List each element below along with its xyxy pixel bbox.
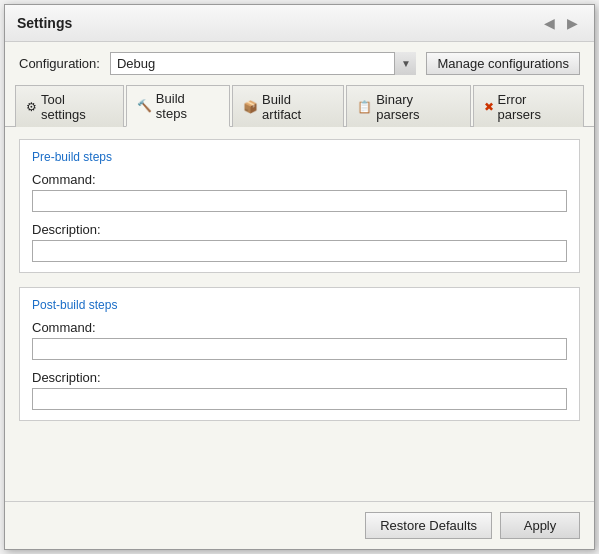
build-steps-icon: 🔨 <box>137 99 152 113</box>
title-bar: Settings ◀ ▶ <box>5 5 594 42</box>
post-build-title: Post-build steps <box>32 298 567 312</box>
pre-build-title: Pre-build steps <box>32 150 567 164</box>
tab-build-steps-label: Build steps <box>156 91 219 121</box>
tool-settings-icon: ⚙ <box>26 100 37 114</box>
tab-error-parsers[interactable]: ✖ Error parsers <box>473 85 584 127</box>
pre-build-section: Pre-build steps Command: Description: <box>19 139 580 273</box>
binary-parsers-icon: 📋 <box>357 100 372 114</box>
post-build-section: Post-build steps Command: Description: <box>19 287 580 421</box>
tabs-row: ⚙ Tool settings 🔨 Build steps 📦 Build ar… <box>5 85 594 127</box>
manage-configurations-button[interactable]: Manage configurations <box>426 52 580 75</box>
settings-dialog: Settings ◀ ▶ Configuration: Debug ▼ Mana… <box>4 4 595 550</box>
back-button[interactable]: ◀ <box>540 13 559 33</box>
tab-build-artifact-label: Build artifact <box>262 92 333 122</box>
tab-error-parsers-label: Error parsers <box>498 92 573 122</box>
pre-build-description-input[interactable] <box>32 240 567 262</box>
post-build-command-label: Command: <box>32 320 567 335</box>
tab-build-artifact[interactable]: 📦 Build artifact <box>232 85 344 127</box>
tab-build-steps[interactable]: 🔨 Build steps <box>126 85 230 127</box>
config-select[interactable]: Debug <box>110 52 417 75</box>
dialog-title: Settings <box>17 15 72 31</box>
tab-tool-settings-label: Tool settings <box>41 92 113 122</box>
nav-controls: ◀ ▶ <box>540 13 582 33</box>
forward-button[interactable]: ▶ <box>563 13 582 33</box>
apply-button[interactable]: Apply <box>500 512 580 539</box>
build-artifact-icon: 📦 <box>243 100 258 114</box>
post-build-description-input[interactable] <box>32 388 567 410</box>
bottom-bar: Restore Defaults Apply <box>5 501 594 549</box>
restore-defaults-button[interactable]: Restore Defaults <box>365 512 492 539</box>
pre-build-description-label: Description: <box>32 222 567 237</box>
post-build-description-label: Description: <box>32 370 567 385</box>
tab-binary-parsers-label: Binary parsers <box>376 92 459 122</box>
pre-build-command-label: Command: <box>32 172 567 187</box>
config-select-wrapper: Debug ▼ <box>110 52 417 75</box>
error-parsers-icon: ✖ <box>484 100 494 114</box>
tab-tool-settings[interactable]: ⚙ Tool settings <box>15 85 124 127</box>
pre-build-command-input[interactable] <box>32 190 567 212</box>
config-label: Configuration: <box>19 56 100 71</box>
config-row: Configuration: Debug ▼ Manage configurat… <box>5 42 594 85</box>
post-build-command-input[interactable] <box>32 338 567 360</box>
main-content: Pre-build steps Command: Description: Po… <box>5 127 594 501</box>
tab-binary-parsers[interactable]: 📋 Binary parsers <box>346 85 470 127</box>
